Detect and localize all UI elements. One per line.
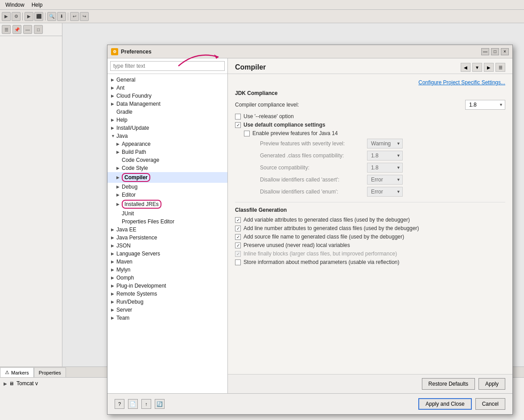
enable-preview-checkbox[interactable] xyxy=(244,131,250,136)
tree-item-code-style[interactable]: ▶ Code Style xyxy=(107,164,227,172)
tree-item-plugin-dev[interactable]: ▶ Plug-in Development xyxy=(107,282,227,290)
toolbar-btn-6[interactable]: ⬇ xyxy=(57,12,66,21)
refresh-icon-button[interactable]: 🔄 xyxy=(155,399,165,409)
export-icon-button[interactable]: 📄 xyxy=(128,399,138,409)
tree-item-data-management[interactable]: ▶ Data Management xyxy=(107,100,227,108)
search-input[interactable] xyxy=(110,61,225,71)
tree-item-team[interactable]: ▶ Team xyxy=(107,314,227,322)
tree-item-code-coverage[interactable]: Code Coverage xyxy=(107,156,227,164)
tree-item-installed-jres[interactable]: ▶ Installed JREs xyxy=(107,199,227,210)
classfile-checkbox-3[interactable] xyxy=(235,234,241,240)
nav-back-button[interactable]: ◀ xyxy=(461,63,470,72)
classfile-checkbox-6[interactable] xyxy=(235,259,241,265)
tree-item-mylyn[interactable]: ▶ Mylyn xyxy=(107,266,227,274)
source-compat-row: Source compatibility: 1.8 ▼ xyxy=(251,163,505,173)
left-panel-btn-filter[interactable]: ☰ xyxy=(2,25,11,34)
toolbar-btn-5[interactable]: 🔍 xyxy=(47,12,56,21)
dialog-minimize-button[interactable]: — xyxy=(481,48,489,55)
language-servers-expand-arrow: ▶ xyxy=(111,251,116,256)
nav-forward-button[interactable]: ▶ xyxy=(484,63,494,72)
toolbar-btn-2[interactable]: ⚙ xyxy=(12,12,21,21)
tomcat-expand-arrow[interactable]: ▶ xyxy=(4,381,7,386)
classfile-checkbox-5[interactable] xyxy=(235,251,241,257)
dialog-close-button[interactable]: × xyxy=(501,48,509,55)
tree-item-remote-systems[interactable]: ▶ Remote Systems xyxy=(107,290,227,298)
cloud-foundry-expand-arrow: ▶ xyxy=(111,94,116,98)
toolbar-btn-8[interactable]: ↪ xyxy=(80,12,89,21)
tree-item-run-debug[interactable]: ▶ Run/Debug xyxy=(107,298,227,306)
menu-help[interactable]: Help xyxy=(28,1,46,9)
disallow-assert-dropdown[interactable]: Error ▼ xyxy=(367,175,403,185)
source-compat-dropdown[interactable]: 1.8 ▼ xyxy=(367,163,403,173)
left-panel-btn-max[interactable]: □ xyxy=(34,25,43,34)
generated-class-dropdown[interactable]: 1.8 ▼ xyxy=(367,151,403,161)
tab-markers[interactable]: ⚠ Markers xyxy=(0,367,34,377)
tree-item-editor[interactable]: ▶ Editor xyxy=(107,191,227,199)
tree-item-cloud-foundry[interactable]: ▶ Cloud Foundry xyxy=(107,92,227,100)
classfile-checkbox-1[interactable] xyxy=(235,217,241,223)
use-release-checkbox[interactable] xyxy=(235,114,241,119)
mylyn-label: Mylyn xyxy=(116,267,130,273)
debug-expand-arrow: ▶ xyxy=(116,185,122,189)
classfile-label-3: Add source file name to generated class … xyxy=(243,234,404,240)
apply-button[interactable]: Apply xyxy=(479,378,505,390)
toolbar-btn-3[interactable]: ▶ xyxy=(25,12,33,21)
content-title: Compiler xyxy=(235,63,266,71)
toolbar-btn-4[interactable]: ⬛ xyxy=(34,12,43,21)
restore-defaults-button[interactable]: Restore Defaults xyxy=(422,378,475,390)
classfile-checkbox-4[interactable] xyxy=(235,243,241,248)
tree-item-gradle[interactable]: Gradle xyxy=(107,108,227,116)
dialog-maximize-button[interactable]: □ xyxy=(491,48,499,55)
use-default-checkbox[interactable] xyxy=(235,122,241,128)
import-icon-button[interactable]: ↑ xyxy=(141,399,151,409)
tree-panel: ▶ General ▶ Ant ▶ Cloud Foundry ▶ Data M… xyxy=(107,58,228,393)
tree-item-build-path[interactable]: ▶ Build Path xyxy=(107,148,227,156)
classfile-cb-6: Store information about method parameter… xyxy=(235,259,505,265)
compliance-level-row: Compiler compliance level: 1.8 ▼ xyxy=(235,100,505,110)
toolbar-btn-1[interactable]: ▶ xyxy=(2,12,11,21)
maven-expand-arrow: ▶ xyxy=(111,259,116,264)
tree-item-appearance[interactable]: ▶ Appearance xyxy=(107,140,227,148)
tree-content: ▶ General ▶ Ant ▶ Cloud Foundry ▶ Data M… xyxy=(107,74,227,393)
preview-severity-dropdown[interactable]: Warning ▼ xyxy=(367,139,403,148)
disallow-enum-dropdown[interactable]: Error ▼ xyxy=(367,187,403,197)
tree-search-area xyxy=(107,58,227,74)
nav-menu-button[interactable]: ☰ xyxy=(495,63,505,72)
tree-item-server[interactable]: ▶ Server xyxy=(107,306,227,314)
tree-item-language-servers[interactable]: ▶ Language Servers xyxy=(107,250,227,258)
classfile-checkbox-2[interactable] xyxy=(235,226,241,231)
tree-item-debug[interactable]: ▶ Debug xyxy=(107,183,227,191)
apply-and-close-button[interactable]: Apply and Close xyxy=(418,398,471,410)
classfile-label-1: Add variable attributes to generated cla… xyxy=(243,217,410,223)
cancel-button[interactable]: Cancel xyxy=(475,398,505,410)
tree-item-java[interactable]: ▼ Java xyxy=(107,132,227,140)
menu-window[interactable]: Window xyxy=(2,1,28,9)
disallow-enum-value: Error xyxy=(371,189,383,195)
configure-project-link[interactable]: Configure Project Specific Settings... xyxy=(235,79,505,86)
preview-severity-arrow: ▼ xyxy=(396,141,400,146)
tree-item-json[interactable]: ▶ JSON xyxy=(107,242,227,250)
compliance-level-dropdown[interactable]: 1.8 ▼ xyxy=(465,100,505,110)
tree-item-compiler[interactable]: ▶ Compiler xyxy=(107,172,227,183)
tree-item-junit[interactable]: JUnit xyxy=(107,210,227,218)
tree-item-java-ee[interactable]: ▶ Java EE xyxy=(107,226,227,234)
help-icon-button[interactable]: ? xyxy=(115,399,124,409)
tree-item-help[interactable]: ▶ Help xyxy=(107,116,227,124)
tree-item-ant[interactable]: ▶ Ant xyxy=(107,84,227,92)
tree-item-properties-files-editor[interactable]: Properties Files Editor xyxy=(107,218,227,226)
plugin-dev-label: Plug-in Development xyxy=(116,283,166,289)
tree-item-install-update[interactable]: ▶ Install/Update xyxy=(107,124,227,132)
tree-item-maven[interactable]: ▶ Maven xyxy=(107,258,227,266)
props-files-label: Properties Files Editor xyxy=(122,218,174,225)
toolbar-btn-7[interactable]: ↩ xyxy=(70,12,79,21)
dialog-bottom-left: ? 📄 ↑ 🔄 xyxy=(115,399,165,409)
tab-properties[interactable]: Properties xyxy=(34,367,66,377)
tree-item-general[interactable]: ▶ General xyxy=(107,76,227,84)
team-label: Team xyxy=(116,315,129,321)
tree-item-java-persistence[interactable]: ▶ Java Persistence xyxy=(107,234,227,242)
tree-item-oomph[interactable]: ▶ Oomph xyxy=(107,274,227,282)
nav-down-button[interactable]: ▼ xyxy=(472,63,482,72)
left-panel-btn-min[interactable]: — xyxy=(23,25,32,34)
left-panel-btn-pin[interactable]: 📌 xyxy=(12,25,21,34)
ide-menubar: Window Help xyxy=(0,0,524,10)
